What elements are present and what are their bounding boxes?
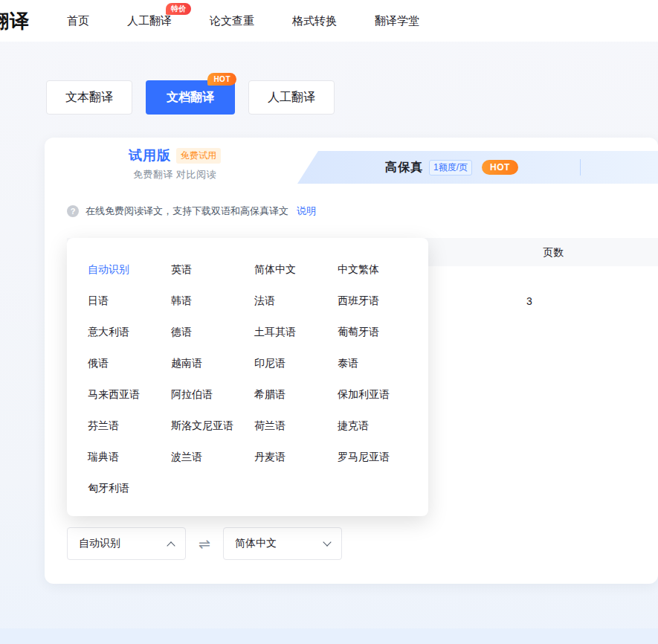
plan-tab-premium[interactable]: 高保真 1额度/页 HOT [297, 151, 658, 184]
nav-item-paper-check[interactable]: 论文查重 [210, 14, 254, 28]
language-option[interactable]: 中文繁体 [338, 263, 425, 277]
top-nav: 翻译 首页 人工翻译 特价 论文查重 格式转换 翻译学堂 [0, 0, 658, 42]
language-option[interactable]: 匈牙利语 [88, 482, 171, 495]
help-icon[interactable]: ? [67, 205, 79, 217]
language-option[interactable]: 希腊语 [254, 388, 338, 402]
language-option[interactable]: 法语 [254, 294, 338, 308]
language-option[interactable]: 泰语 [338, 357, 425, 370]
chevron-up-icon [167, 541, 175, 550]
language-option[interactable]: 阿拉伯语 [171, 388, 254, 402]
language-option[interactable]: 芬兰语 [88, 419, 171, 433]
target-language-value: 简体中文 [235, 537, 277, 550]
divider [580, 159, 581, 176]
nav-item-format-convert[interactable]: 格式转换 [292, 14, 337, 28]
language-option[interactable]: 罗马尼亚语 [338, 451, 425, 464]
language-option[interactable]: 波兰语 [171, 451, 254, 464]
nav-item-home[interactable]: 首页 [67, 14, 89, 28]
trial-title-row: 试用版 免费试用 [45, 146, 305, 164]
quota-badge: 1额度/页 [429, 160, 472, 176]
trial-subtitle: 免费翻译 对比阅读 [45, 168, 305, 181]
language-option[interactable]: 捷克语 [338, 419, 425, 433]
nav-item-human-translate[interactable]: 人工翻译 特价 [127, 14, 172, 28]
language-option[interactable]: 简体中文 [254, 263, 338, 277]
page: 翻译 首页 人工翻译 特价 论文查重 格式转换 翻译学堂 文本翻译 文档翻译 H… [0, 0, 658, 644]
notice-text: 在线免费阅读译文，支持下载双语和高保真译文 [86, 205, 288, 218]
source-language-select[interactable]: 自动识别 [67, 527, 186, 560]
swap-languages-icon[interactable]: ⇌ [199, 535, 210, 553]
free-trial-badge: 免费试用 [176, 148, 221, 164]
language-option[interactable]: 西班牙语 [338, 294, 425, 308]
language-option[interactable]: 德语 [171, 326, 254, 339]
language-option[interactable]: 越南语 [171, 357, 254, 370]
target-language-select[interactable]: 简体中文 [223, 527, 342, 560]
mode-tabs: 文本翻译 文档翻译 HOT 人工翻译 [46, 80, 335, 115]
nav-menu: 首页 人工翻译 特价 论文查重 格式转换 翻译学堂 [67, 0, 419, 42]
language-option[interactable]: 印尼语 [254, 357, 338, 370]
language-option[interactable]: 英语 [171, 263, 254, 277]
language-option[interactable]: 韩语 [171, 294, 254, 308]
language-grid: 自动识别英语简体中文中文繁体日语韩语法语西班牙语意大利语德语土耳其语葡萄牙语俄语… [88, 254, 428, 504]
main-card: 试用版 免费试用 免费翻译 对比阅读 高保真 1额度/页 HOT ? 在线免费阅… [45, 138, 658, 584]
tab-label: 文档翻译 [167, 90, 214, 106]
language-option[interactable]: 意大利语 [88, 326, 171, 339]
language-option[interactable]: 马来西亚语 [88, 388, 171, 402]
language-option[interactable]: 俄语 [88, 357, 171, 370]
premium-title: 高保真 [385, 160, 423, 176]
nav-item-translate-school[interactable]: 翻译学堂 [375, 14, 419, 28]
pages-cell-value: 3 [526, 295, 532, 307]
tab-human-translation[interactable]: 人工翻译 [248, 80, 335, 115]
special-price-badge: 特价 [166, 3, 191, 15]
language-option[interactable]: 丹麦语 [254, 451, 338, 464]
language-option[interactable]: 瑞典语 [88, 451, 171, 464]
plan-tab-trial[interactable]: 试用版 免费试用 免费翻译 对比阅读 [45, 146, 305, 181]
premium-hot-badge: HOT [482, 160, 518, 175]
pages-column-header: 页数 [543, 238, 564, 266]
language-selectors: 自动识别 ⇌ 简体中文 [67, 527, 342, 560]
notice-detail-link[interactable]: 说明 [297, 205, 316, 218]
hot-badge: HOT [207, 73, 236, 86]
language-option[interactable]: 自动识别 [88, 263, 171, 277]
language-dropdown-panel: 自动识别英语简体中文中文繁体日语韩语法语西班牙语意大利语德语土耳其语葡萄牙语俄语… [67, 238, 428, 516]
chevron-down-icon [323, 538, 331, 546]
language-option[interactable]: 葡萄牙语 [338, 326, 425, 339]
site-logo[interactable]: 翻译 [0, 8, 30, 34]
language-option[interactable]: 土耳其语 [254, 326, 338, 339]
language-option[interactable]: 荷兰语 [254, 419, 338, 433]
language-option[interactable]: 斯洛文尼亚语 [171, 419, 254, 433]
notice-line: ? 在线免费阅读译文，支持下载双语和高保真译文 说明 [67, 205, 316, 218]
nav-item-label: 人工翻译 [127, 14, 172, 27]
tab-text-translation[interactable]: 文本翻译 [46, 80, 132, 115]
source-language-value: 自动识别 [79, 537, 120, 550]
language-option[interactable]: 保加利亚语 [338, 388, 425, 402]
footer-strip [0, 628, 658, 644]
trial-title: 试用版 [129, 146, 171, 164]
tab-document-translation[interactable]: 文档翻译 HOT [146, 80, 235, 115]
language-option[interactable]: 日语 [88, 294, 171, 308]
